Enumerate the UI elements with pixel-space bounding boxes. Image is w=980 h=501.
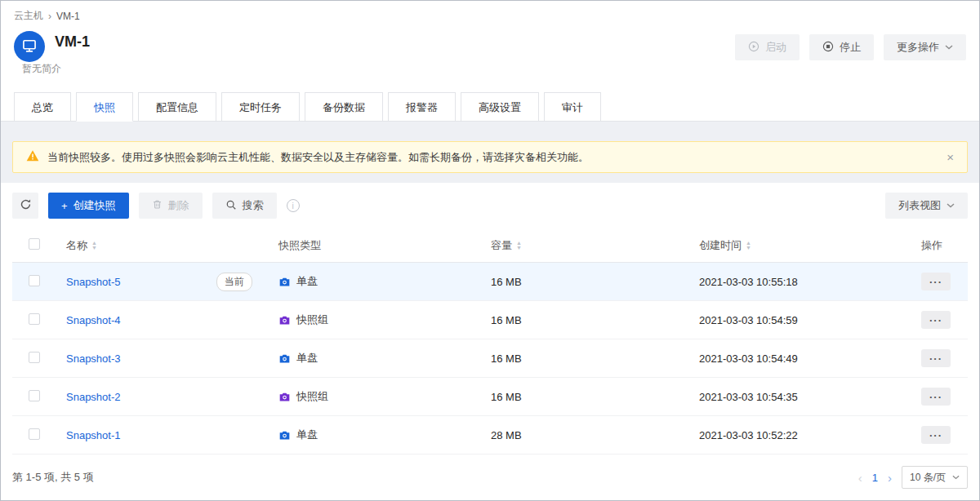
trash-icon xyxy=(152,199,163,212)
header-created-label: 创建时间 xyxy=(699,238,742,253)
table-row[interactable]: Snapshot-4 快照组 16 MB 2021-03-03 10:54:59… xyxy=(12,301,968,339)
snapshot-size: 16 MB xyxy=(491,391,699,403)
table-row[interactable]: Snapshot-1 单盘 28 MB 2021-03-03 10:52:22 … xyxy=(12,416,968,454)
page-size-value: 10 条/页 xyxy=(910,471,946,485)
size-sorter[interactable]: 容量 ▲▼ xyxy=(491,238,522,253)
table-body: Snapshot-5 当前 单盘 16 MB 2021-03-03 10:55:… xyxy=(12,263,968,454)
snapshot-created-time: 2021-03-03 10:54:49 xyxy=(699,352,920,365)
snapshot-created-time: 2021-03-03 10:54:35 xyxy=(699,391,920,403)
info-icon[interactable]: i xyxy=(287,199,300,212)
tabs: 总览快照配置信息定时任务备份数据报警器高级设置审计 xyxy=(1,92,979,122)
chevron-down-icon xyxy=(947,203,955,208)
start-button[interactable]: 启动 xyxy=(735,34,800,60)
row-name-cell: Snapshot-4 xyxy=(53,314,278,326)
row-checkbox-cell xyxy=(12,352,53,366)
page-header: VM-1 暂无简介 启动 停止 更多操作 xyxy=(1,24,979,87)
row-name-cell: Snapshot-3 xyxy=(53,352,278,365)
row-name-cell: Snapshot-2 xyxy=(53,391,278,403)
close-icon[interactable]: × xyxy=(947,151,954,163)
tab[interactable]: 配置信息 xyxy=(138,92,216,122)
row-actions-cell: ··· xyxy=(920,273,968,290)
tab[interactable]: 报警器 xyxy=(388,92,456,122)
row-checkbox[interactable] xyxy=(29,313,40,325)
header-actions-label: 操作 xyxy=(921,239,942,251)
header-checkbox-cell xyxy=(12,238,53,252)
refresh-button[interactable] xyxy=(12,193,38,219)
table-row[interactable]: Snapshot-5 当前 单盘 16 MB 2021-03-03 10:55:… xyxy=(12,263,968,301)
view-mode-label: 列表视图 xyxy=(898,198,941,213)
row-checkbox-cell xyxy=(12,390,53,404)
breadcrumb-vm-list[interactable]: 云主机 xyxy=(14,9,43,23)
row-actions-cell: ··· xyxy=(920,388,968,406)
more-actions-label: 更多操作 xyxy=(897,40,939,55)
name-sorter[interactable]: 名称 ▲▼ xyxy=(66,238,97,253)
tab[interactable]: 快照 xyxy=(76,92,133,122)
header-size: 容量 ▲▼ xyxy=(491,238,699,253)
snapshot-type-label: 快照组 xyxy=(296,389,328,404)
row-actions-cell: ··· xyxy=(920,311,968,329)
snapshot-type-label: 单盘 xyxy=(296,428,318,442)
row-more-actions-button[interactable]: ··· xyxy=(921,426,951,444)
snapshot-size: 16 MB xyxy=(491,314,699,326)
header-name: 名称 ▲▼ xyxy=(53,238,278,253)
row-more-actions-button[interactable]: ··· xyxy=(921,311,951,329)
camera-icon xyxy=(278,429,291,441)
row-checkbox[interactable] xyxy=(29,428,40,440)
row-more-actions-button[interactable]: ··· xyxy=(921,349,951,367)
sort-icon: ▲▼ xyxy=(91,241,97,250)
create-snapshot-button[interactable]: + 创建快照 xyxy=(48,193,129,219)
snapshot-name-link[interactable]: Snapshot-3 xyxy=(66,352,121,365)
create-snapshot-label: 创建快照 xyxy=(74,198,116,213)
table-row[interactable]: Snapshot-3 单盘 16 MB 2021-03-03 10:54:49 … xyxy=(12,339,968,378)
tab-content: 当前快照较多。使用过多快照会影响云主机性能、数据安全以及主存储容量。如需长期备份… xyxy=(1,122,979,500)
header-size-label: 容量 xyxy=(491,238,512,253)
tab[interactable]: 总览 xyxy=(14,92,71,122)
row-type-cell: 快照组 xyxy=(278,389,491,404)
stop-icon xyxy=(822,41,834,55)
snapshot-name-link[interactable]: Snapshot-4 xyxy=(66,314,121,326)
refresh-icon xyxy=(20,198,32,213)
tab[interactable]: 备份数据 xyxy=(305,92,383,122)
header-created: 创建时间 ▲▼ xyxy=(699,238,920,253)
snapshot-created-time: 2021-03-03 10:52:22 xyxy=(699,429,920,441)
snapshot-name-link[interactable]: Snapshot-1 xyxy=(66,429,121,441)
alert-message: 当前快照较多。使用过多快照会影响云主机性能、数据安全以及主存储容量。如需长期备份… xyxy=(47,150,589,165)
row-checkbox[interactable] xyxy=(29,275,40,286)
view-mode-button[interactable]: 列表视图 xyxy=(885,193,968,219)
prev-page-button[interactable]: ‹ xyxy=(858,472,862,484)
camera-icon xyxy=(278,352,291,365)
more-actions-button[interactable]: 更多操作 xyxy=(884,34,966,60)
search-icon xyxy=(225,199,237,213)
tab[interactable]: 审计 xyxy=(544,92,601,122)
tab[interactable]: 高级设置 xyxy=(461,92,539,122)
camera-icon xyxy=(278,391,291,403)
snapshot-name-link[interactable]: Snapshot-5 xyxy=(66,276,121,288)
created-sorter[interactable]: 创建时间 ▲▼ xyxy=(699,238,751,253)
row-checkbox-cell xyxy=(12,313,53,327)
select-all-checkbox[interactable] xyxy=(29,238,40,250)
page-number[interactable]: 1 xyxy=(872,472,878,484)
row-more-actions-button[interactable]: ··· xyxy=(921,388,951,406)
header-actions-col: 操作 xyxy=(920,238,968,253)
snapshot-size: 16 MB xyxy=(491,352,699,365)
row-more-actions-button[interactable]: ··· xyxy=(921,273,951,290)
page-size-select[interactable]: 10 条/页 xyxy=(902,466,968,489)
snapshot-created-time: 2021-03-03 10:54:59 xyxy=(699,314,920,326)
stop-button[interactable]: 停止 xyxy=(809,34,874,60)
delete-button[interactable]: 删除 xyxy=(139,193,203,219)
snapshot-name-link[interactable]: Snapshot-2 xyxy=(66,391,121,403)
row-checkbox-cell xyxy=(12,275,53,289)
snapshot-type-label: 快照组 xyxy=(296,313,328,327)
breadcrumb: 云主机 › VM-1 xyxy=(1,1,979,24)
header-name-label: 名称 xyxy=(66,238,87,253)
row-checkbox[interactable] xyxy=(29,390,40,401)
search-button[interactable]: 搜索 xyxy=(212,193,277,219)
items-summary: 第 1-5 项, 共 5 项 xyxy=(12,470,94,485)
row-checkbox[interactable] xyxy=(29,352,40,363)
table-row[interactable]: Snapshot-2 快照组 16 MB 2021-03-03 10:54:35… xyxy=(12,378,968,416)
tab[interactable]: 定时任务 xyxy=(221,92,300,122)
table-footer: 第 1-5 项, 共 5 项 ‹ 1 › 10 条/页 xyxy=(1,456,979,500)
snapshot-type-label: 单盘 xyxy=(296,274,318,289)
vm-description: 暂无简介 xyxy=(22,62,90,76)
next-page-button[interactable]: › xyxy=(888,472,892,484)
